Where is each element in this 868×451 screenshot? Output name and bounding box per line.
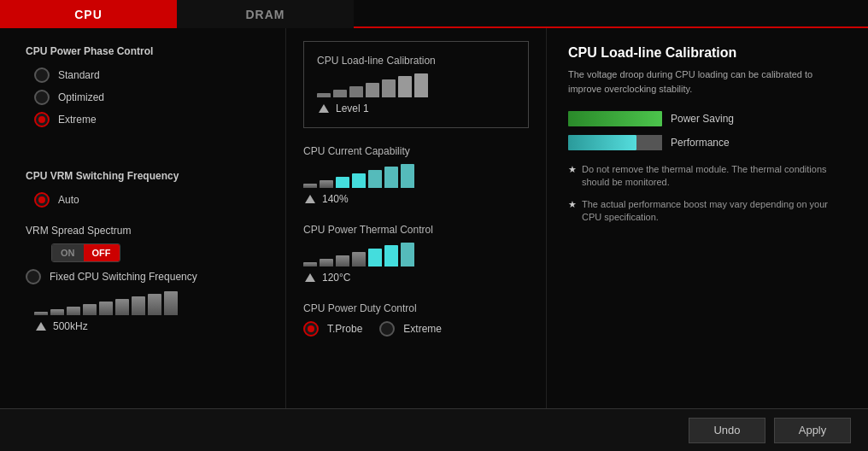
duty-section: CPU Power Duty Control T.Probe Extreme	[303, 302, 529, 337]
thermal-title: CPU Power Thermal Control	[303, 224, 529, 236]
note-2: ★ The actual performance boost may vary …	[568, 198, 847, 225]
radio-dot-auto	[38, 196, 45, 203]
vrm-spread-toggle-container: ON OFF	[51, 243, 260, 262]
fixed-freq-label: Fixed CPU Switching Frequency	[50, 271, 197, 283]
current-cap-staircase	[303, 164, 529, 188]
current-cap-section: CPU Current Capability 140%	[303, 145, 529, 205]
th-stair-7	[401, 243, 414, 266]
star-icon-1: ★	[568, 163, 577, 190]
right-panel: CPU Load-line Calibration The voltage dr…	[547, 28, 868, 408]
stair-5	[99, 302, 113, 315]
legend-bar-cyan	[568, 135, 636, 150]
cc-stair-7	[401, 164, 414, 188]
radio-label-auto: Auto	[58, 194, 79, 206]
cc-stair-2	[320, 180, 333, 188]
legend-label-performance: Performance	[671, 137, 730, 149]
legend-bar-green	[568, 111, 662, 126]
radio-circle-tprobe	[303, 321, 319, 337]
right-description: The voltage droop during CPU loading can…	[568, 67, 847, 96]
stair-8	[148, 294, 161, 315]
radio-circle-optimized	[34, 90, 50, 105]
tab-bar: CPU DRAM	[0, 0, 868, 28]
legend-bar-power-saving-container	[568, 111, 662, 126]
radio-label-standard: Standard	[58, 69, 100, 81]
radio-dot-tprobe	[308, 325, 314, 332]
toggle-off[interactable]: OFF	[84, 244, 120, 261]
radio-label-tprobe: T.Probe	[327, 323, 362, 335]
thermal-thumb[interactable]	[305, 273, 315, 282]
th-stair-2	[320, 259, 333, 266]
toggle-on[interactable]: ON	[52, 244, 84, 261]
duty-tprobe[interactable]: T.Probe	[303, 321, 362, 337]
stair-3	[67, 307, 80, 315]
apply-button[interactable]: Apply	[774, 418, 851, 443]
duty-radio-row: T.Probe Extreme	[303, 321, 529, 337]
power-phase-options: Standard Optimized Extreme	[34, 67, 260, 127]
notes-section: ★ Do not remove the thermal module. The …	[568, 163, 847, 225]
undo-button[interactable]: Undo	[689, 418, 765, 443]
radio-circle-duty-extreme	[379, 321, 395, 337]
tab-cpu[interactable]: CPU	[0, 0, 177, 28]
calibration-title: CPU Load-line Calibration	[317, 55, 515, 67]
fixed-freq-slider-container: 500kHz	[34, 291, 260, 332]
radio-circle-standard	[34, 67, 50, 83]
radio-auto[interactable]: Auto	[34, 192, 260, 208]
cal-stair-2	[333, 90, 347, 97]
fixed-freq-row: Fixed CPU Switching Frequency	[26, 269, 260, 284]
th-stair-6	[384, 245, 398, 266]
fixed-freq-value: 500kHz	[53, 320, 88, 332]
radio-label-optimized: Optimized	[58, 91, 104, 103]
radio-standard[interactable]: Standard	[34, 67, 260, 83]
cc-stair-5	[368, 170, 382, 188]
radio-label-extreme: Extreme	[58, 114, 97, 126]
vrm-switching-title: CPU VRM Switching Frequency	[26, 170, 260, 182]
current-cap-thumb[interactable]	[305, 195, 315, 203]
radio-extreme[interactable]: Extreme	[34, 112, 260, 127]
cal-stair-4	[366, 83, 379, 97]
vrm-options: Auto	[34, 192, 260, 208]
legend-bar-gray	[636, 135, 662, 150]
th-stair-3	[336, 255, 349, 266]
legend-label-power-saving: Power Saving	[671, 113, 734, 125]
stair-9	[164, 291, 178, 315]
thermal-thumb-row: 120°C	[303, 272, 529, 284]
stair-2	[50, 309, 64, 315]
cal-stair-6	[398, 76, 412, 97]
calibration-thumb[interactable]	[319, 104, 329, 113]
fixed-freq-thumb[interactable]	[36, 322, 46, 331]
radio-circle-fixed[interactable]	[26, 269, 41, 284]
star-icon-2: ★	[568, 198, 577, 225]
current-cap-title: CPU Current Capability	[303, 145, 529, 157]
tab-dram[interactable]: DRAM	[177, 0, 354, 28]
th-stair-5	[368, 249, 382, 266]
radio-label-duty-extreme: Extreme	[403, 323, 442, 335]
stair-1	[34, 312, 48, 315]
calibration-box: CPU Load-line Calibration Level 1	[303, 41, 529, 128]
current-cap-thumb-row: 140%	[303, 193, 529, 205]
power-phase-title: CPU Power Phase Control	[26, 45, 260, 57]
left-panel: CPU Power Phase Control Standard Optimiz…	[0, 28, 286, 408]
cal-stair-5	[382, 79, 396, 97]
th-stair-1	[303, 262, 317, 266]
note-1: ★ Do not remove the thermal module. The …	[568, 163, 847, 190]
cc-stair-4	[352, 173, 366, 188]
cal-stair-1	[317, 93, 331, 97]
bottom-bar: Undo Apply	[0, 408, 868, 451]
th-stair-4	[352, 252, 366, 266]
middle-panel: CPU Load-line Calibration Level 1 CPU Cu…	[286, 28, 547, 408]
current-cap-value: 140%	[322, 193, 349, 205]
thermal-staircase	[303, 243, 529, 266]
duty-extreme[interactable]: Extreme	[379, 321, 442, 337]
radio-dot-extreme	[38, 116, 45, 123]
cc-stair-6	[384, 167, 398, 188]
cc-stair-3	[336, 177, 349, 188]
cal-stair-3	[349, 86, 363, 97]
vrm-spread-toggle[interactable]: ON OFF	[51, 243, 120, 262]
duty-title: CPU Power Duty Control	[303, 302, 529, 314]
main-content: CPU Power Phase Control Standard Optimiz…	[0, 28, 868, 408]
legend-bar-performance-container	[568, 135, 662, 150]
fixed-freq-staircase	[34, 291, 260, 315]
legend-power-saving: Power Saving	[568, 111, 847, 126]
radio-optimized[interactable]: Optimized	[34, 90, 260, 105]
note-text-2: The actual performance boost may vary de…	[582, 198, 847, 225]
